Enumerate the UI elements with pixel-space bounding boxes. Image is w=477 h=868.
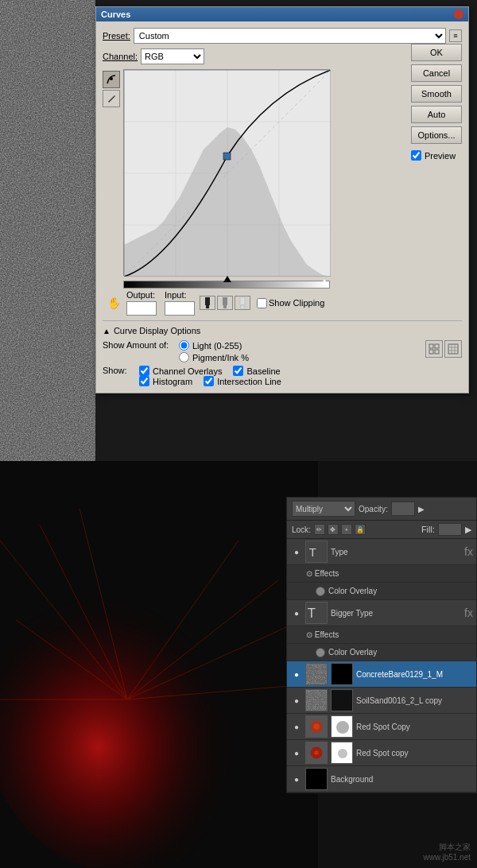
channel-row: Channel: RGB bbox=[103, 48, 462, 64]
svg-point-13 bbox=[110, 77, 113, 80]
opacity-label: Opacity: bbox=[359, 505, 388, 513]
layer-red-spot[interactable]: ● Red Spot copy bbox=[287, 740, 476, 766]
layer-eye-background[interactable]: ● bbox=[290, 773, 303, 785]
output-label: Output: bbox=[126, 290, 155, 300]
layer-thumb-soilsand bbox=[305, 689, 328, 711]
input-value-input[interactable]: 128 bbox=[165, 301, 195, 316]
baseline-checkbox[interactable] bbox=[233, 366, 243, 376]
lock-icons: ✏ ✥ + 🔒 bbox=[314, 524, 366, 535]
layer-eye-red-spot-copy[interactable]: ● bbox=[290, 720, 303, 733]
preview-checkbox[interactable] bbox=[411, 150, 421, 161]
auto-button[interactable]: Auto bbox=[411, 106, 462, 123]
close-icon[interactable] bbox=[454, 10, 463, 19]
texture-panel bbox=[0, 0, 95, 461]
curves-dialog: Curves OK Cancel Smooth Auto Options... … bbox=[95, 6, 469, 393]
layer-eye-red-spot[interactable]: ● bbox=[290, 746, 303, 759]
lock-move-icon[interactable]: ✥ bbox=[328, 524, 339, 535]
svg-rect-31 bbox=[429, 344, 433, 348]
layer-thumb-bigger-type: T bbox=[305, 602, 328, 624]
input-white-marker[interactable] bbox=[320, 279, 328, 285]
svg-point-45 bbox=[313, 723, 319, 729]
layer-thumb-red-spot-copy bbox=[305, 715, 328, 738]
svg-rect-33 bbox=[429, 350, 433, 354]
layer-bigger-type[interactable]: ● T Bigger Type fx bbox=[287, 600, 476, 626]
svg-rect-30 bbox=[241, 305, 244, 308]
layer-background[interactable]: ● Background bbox=[287, 766, 476, 792]
input-slider-marker[interactable] bbox=[223, 276, 231, 282]
layer-label-effects-bigger: ⊙ Effects bbox=[306, 630, 473, 639]
curve-canvas[interactable] bbox=[123, 69, 330, 276]
layer-eye-concrete[interactable]: ● bbox=[290, 668, 303, 680]
intersection-checkbox[interactable] bbox=[204, 376, 214, 386]
layer-color-overlay-type[interactable]: Color Overlay bbox=[287, 583, 476, 600]
layer-fx-type: fx bbox=[464, 545, 473, 558]
channel-select[interactable]: RGB bbox=[141, 48, 204, 64]
layer-concrete[interactable]: ● ConcreteBare0129_1_M bbox=[287, 661, 476, 688]
opacity-row: Opacity: 33% ▶ bbox=[359, 502, 425, 516]
layer-effects-type[interactable]: ⊙ Effects bbox=[287, 565, 476, 583]
light-radio[interactable] bbox=[179, 340, 189, 351]
curve-pencil-tool[interactable] bbox=[103, 90, 120, 107]
layer-type[interactable]: ● T Type fx bbox=[287, 539, 476, 565]
output-value-input[interactable]: 204 bbox=[126, 301, 157, 316]
layer-mask-red-spot-copy bbox=[331, 715, 353, 738]
fill-input[interactable]: 100% bbox=[438, 523, 462, 536]
gray-eyedropper[interactable] bbox=[217, 296, 233, 310]
svg-rect-32 bbox=[435, 344, 439, 348]
options-button[interactable]: Options... bbox=[411, 126, 462, 144]
layer-label-type: Type bbox=[331, 548, 463, 556]
white-eyedropper[interactable] bbox=[235, 296, 250, 310]
fill-arrow-icon[interactable]: ▶ bbox=[465, 525, 471, 535]
color-overlay-icon-type bbox=[316, 587, 325, 596]
layer-effects-bigger-type[interactable]: ⊙ Effects bbox=[287, 626, 476, 644]
show-amount-label: Show Amount of: bbox=[103, 340, 174, 350]
lock-pixels-icon[interactable]: ✏ bbox=[314, 524, 325, 535]
curve-point-tool[interactable] bbox=[103, 71, 120, 88]
channel-overlays-row: Channel Overlays Baseline bbox=[139, 366, 281, 376]
opacity-arrow-icon[interactable]: ▶ bbox=[418, 505, 425, 513]
layer-color-overlay-bigger-type[interactable]: Color Overlay bbox=[287, 644, 476, 661]
preset-select[interactable]: Custom bbox=[134, 28, 446, 44]
layer-soilsand[interactable]: ● SoilSand0016_2_L copy bbox=[287, 688, 476, 714]
blend-mode-select[interactable]: Multiply bbox=[292, 501, 355, 517]
layer-mask-soilsand bbox=[331, 689, 353, 711]
svg-point-47 bbox=[336, 721, 349, 734]
layer-eye-soilsand[interactable]: ● bbox=[290, 694, 303, 707]
layers-lock-bar: Lock: ✏ ✥ + 🔒 Fill: 100% ▶ bbox=[287, 521, 476, 539]
fill-label: Fill: bbox=[421, 525, 435, 534]
layer-eye-type[interactable]: ● bbox=[290, 545, 303, 558]
channel-overlays-checkbox[interactable] bbox=[139, 366, 149, 376]
histogram-checkbox[interactable] bbox=[139, 376, 149, 386]
ok-button[interactable]: OK bbox=[411, 44, 462, 61]
section-arrow-icon: ▲ bbox=[103, 327, 111, 335]
svg-rect-34 bbox=[435, 350, 439, 354]
clipping-tools bbox=[200, 296, 250, 310]
preview-label: Preview bbox=[425, 151, 456, 161]
smooth-button[interactable]: Smooth bbox=[411, 85, 462, 103]
lock-all-icon[interactable]: + bbox=[341, 524, 352, 535]
show-label: Show: bbox=[103, 366, 134, 375]
layer-thumb-type: T bbox=[305, 541, 328, 563]
preset-label: Preset: bbox=[103, 31, 130, 41]
svg-rect-29 bbox=[240, 297, 245, 305]
black-eyedropper[interactable] bbox=[200, 296, 215, 310]
pigment-radio[interactable] bbox=[179, 352, 189, 362]
fill-row: Fill: 100% ▶ bbox=[421, 523, 471, 536]
layer-mask-red-spot bbox=[331, 742, 353, 764]
svg-text:T: T bbox=[309, 546, 316, 559]
layer-red-spot-copy[interactable]: ● Red Spot Copy bbox=[287, 714, 476, 740]
layer-eye-bigger-type[interactable]: ● bbox=[290, 606, 303, 619]
large-grid-icon[interactable] bbox=[444, 340, 462, 358]
dialog-title: Curves bbox=[101, 10, 130, 19]
cancel-button[interactable]: Cancel bbox=[411, 64, 462, 82]
layer-label-color-overlay-bigger: Color Overlay bbox=[328, 648, 473, 657]
preset-menu-icon[interactable]: ≡ bbox=[449, 29, 462, 42]
show-clipping-checkbox[interactable] bbox=[257, 298, 267, 308]
lock-lock-icon[interactable]: 🔒 bbox=[355, 524, 366, 535]
small-grid-icon[interactable] bbox=[425, 340, 443, 358]
svg-rect-42 bbox=[306, 664, 327, 684]
layer-label-soilsand: SoilSand0016_2_L copy bbox=[356, 696, 473, 705]
layer-mask-concrete bbox=[331, 663, 353, 685]
light-radio-row: Light (0-255) bbox=[179, 340, 249, 351]
opacity-input[interactable]: 33% bbox=[391, 502, 415, 516]
